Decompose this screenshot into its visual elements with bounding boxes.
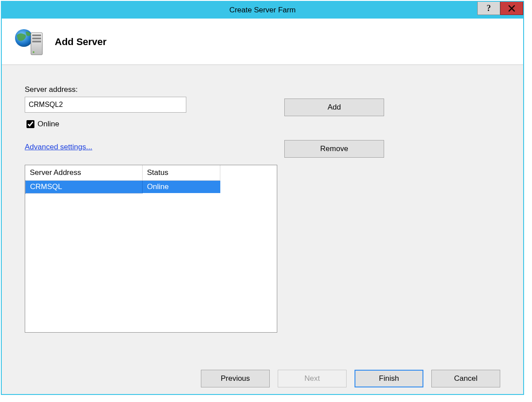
column-header-status[interactable]: Status	[143, 165, 220, 180]
table-row[interactable]: CRMSQL Online	[26, 180, 220, 193]
window-title: Create Server Farm	[2, 6, 523, 15]
svg-rect-3	[32, 38, 41, 39]
left-column: Server address: Online Advanced settings…	[25, 85, 281, 333]
add-button[interactable]: Add	[284, 99, 384, 116]
column-header-address[interactable]: Server Address	[26, 165, 143, 180]
content: Server address: Online Advanced settings…	[2, 65, 523, 363]
right-column: Add Remove	[284, 99, 384, 158]
dialog-window: Create Server Farm ?	[1, 1, 524, 395]
finish-button[interactable]: Finish	[355, 370, 423, 387]
remove-button[interactable]: Remove	[284, 140, 384, 158]
cell-status: Online	[143, 180, 220, 193]
window-controls: ?	[477, 2, 523, 19]
page-header: Add Server	[2, 19, 523, 65]
server-address-input[interactable]	[25, 97, 186, 113]
help-button[interactable]: ?	[477, 2, 500, 15]
servers-listview[interactable]: Server Address Status CRMSQL Online	[25, 165, 277, 333]
cancel-button[interactable]: Cancel	[431, 370, 500, 387]
online-checkbox[interactable]	[26, 120, 34, 128]
close-icon	[508, 5, 515, 12]
online-label: Online	[38, 120, 59, 129]
advanced-settings-link[interactable]: Advanced settings...	[25, 143, 92, 152]
titlebar: Create Server Farm ?	[2, 2, 523, 19]
svg-rect-4	[32, 41, 41, 42]
server-farm-icon	[14, 27, 45, 57]
svg-point-5	[33, 51, 34, 53]
previous-button[interactable]: Previous	[201, 370, 270, 387]
next-button: Next	[278, 370, 347, 387]
server-address-label: Server address:	[25, 85, 281, 94]
svg-rect-2	[32, 34, 41, 36]
page-title: Add Server	[55, 36, 106, 48]
close-button[interactable]	[500, 2, 523, 15]
cell-address: CRMSQL	[26, 180, 143, 193]
wizard-footer: Previous Next Finish Cancel	[2, 363, 523, 394]
